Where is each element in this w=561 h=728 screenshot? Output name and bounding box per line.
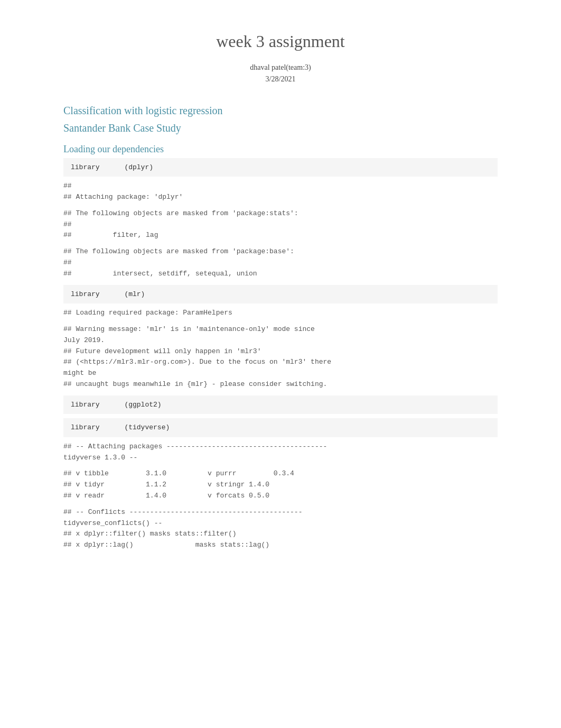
output-mlr-warning: ## Warning message: 'mlr' is in 'mainten…	[63, 324, 498, 390]
output-mlr-loading: ## Loading required package: ParamHelper…	[63, 308, 498, 319]
main-section: Classification with logistic regression	[63, 105, 498, 117]
output-tidyverse-packages: ## v tibble 3.1.0 v purrr 0.3.4 ## v tid…	[63, 468, 498, 501]
code-library-tidyverse: library (tidyverse)	[63, 418, 498, 437]
author-block: dhaval patel(team:3) 3/28/2021	[63, 62, 498, 86]
author-name: dhaval patel(team:3)	[63, 62, 498, 73]
author-date: 3/28/2021	[63, 73, 498, 85]
code-library-dplyr: library (dplyr)	[63, 158, 498, 177]
case-study-section: Santander Bank Case Study	[63, 122, 498, 134]
page-title: week 3 assignment	[63, 32, 498, 51]
output-dplyr-attach: ## ## Attaching package: 'dplyr'	[63, 181, 498, 203]
output-tidyverse-attaching: ## -- Attaching packages ---------------…	[63, 441, 498, 464]
output-tidyverse-conflicts: ## -- Conflicts ------------------------…	[63, 507, 498, 551]
output-dplyr-masked-base: ## The following objects are masked from…	[63, 246, 498, 279]
loading-heading: Loading our dependencies	[63, 144, 498, 155]
code-library-mlr: library (mlr)	[63, 285, 498, 304]
loading-section: Loading our dependencies library (dplyr)…	[63, 144, 498, 551]
output-dplyr-masked-stats: ## The following objects are masked from…	[63, 208, 498, 241]
main-heading: Classification with logistic regression	[63, 105, 498, 117]
case-study-heading: Santander Bank Case Study	[63, 122, 498, 134]
code-library-ggplot2: library (ggplot2)	[63, 395, 498, 414]
